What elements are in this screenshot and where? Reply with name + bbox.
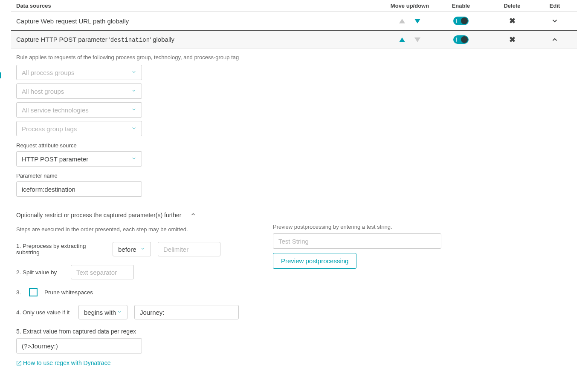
step-5-label: 5. Extract value from captured data per … xyxy=(16,328,239,335)
step-3-row: 3. Prune whitespaces xyxy=(16,288,239,296)
move-up-icon[interactable] xyxy=(399,37,405,42)
service-tech-select[interactable]: All service technologies xyxy=(16,102,142,118)
select-text: HTTP POST parameter xyxy=(22,155,88,163)
rule-description: Rule applies to requests of the followin… xyxy=(16,54,572,60)
optional-section-header[interactable]: Optionally restrict or process the captu… xyxy=(16,211,572,218)
step-2-separator-input[interactable] xyxy=(71,265,134,279)
host-groups-select[interactable]: All host groups xyxy=(16,83,142,99)
step-1-position-select[interactable]: before xyxy=(113,242,151,256)
step-4-label: 4. Only use value if it xyxy=(16,309,72,316)
step-1-delimiter-input[interactable] xyxy=(158,242,220,256)
data-sources-header: Data sources Move up/down Enable Delete … xyxy=(11,0,577,12)
delete-icon[interactable]: ✖ xyxy=(509,35,516,44)
step-4-row: 4. Only use value if it begins with xyxy=(16,305,239,319)
header-delete: Delete xyxy=(487,3,538,9)
collapse-icon[interactable] xyxy=(551,36,559,43)
steps-description: Steps are executed in the order presente… xyxy=(16,226,239,233)
data-source-row: Capture Web request URL path globally ✖ xyxy=(11,12,577,31)
move-down-icon[interactable] xyxy=(414,37,420,42)
chevron-down-icon xyxy=(131,155,136,162)
chevron-down-icon xyxy=(131,69,136,76)
request-attr-source-select[interactable]: HTTP POST parameter xyxy=(16,151,142,167)
row-title-after: ' globally xyxy=(150,36,174,43)
enable-toggle[interactable] xyxy=(453,17,469,25)
move-up-icon[interactable] xyxy=(399,19,405,23)
step-2-row: 2. Split value by xyxy=(16,265,239,279)
footer-actions: Cancel Save xyxy=(0,384,588,388)
data-source-row: Capture HTTP POST parameter 'destination… xyxy=(11,31,577,49)
row-title-code: destination xyxy=(110,37,150,43)
select-text: All host groups xyxy=(22,88,64,95)
delete-icon[interactable]: ✖ xyxy=(509,16,516,26)
step-2-label: 2. Split value by xyxy=(16,269,64,276)
process-group-tags-select[interactable]: Process group tags xyxy=(16,121,142,136)
row-title-before: Capture HTTP POST parameter ' xyxy=(16,36,110,43)
select-text: All service technologies xyxy=(22,106,89,114)
step-1-label: 1. Preprocess by extracting substring xyxy=(16,243,106,256)
header-data-sources: Data sources xyxy=(16,3,384,9)
preview-test-string-input[interactable] xyxy=(273,233,441,249)
step-4-condition-select[interactable]: begins with xyxy=(78,305,127,319)
select-text: Process group tags xyxy=(22,125,77,132)
step-3-num: 3. xyxy=(16,289,22,296)
select-text: before xyxy=(118,246,136,253)
chevron-down-icon xyxy=(131,106,136,113)
step-3-checkbox[interactable] xyxy=(29,288,38,296)
row-title: Capture HTTP POST parameter 'destination… xyxy=(16,36,384,43)
header-move: Move up/down xyxy=(384,3,435,9)
enable-toggle[interactable] xyxy=(453,35,469,44)
preview-description: Preview postprocessing by entering a tes… xyxy=(273,224,441,230)
move-down-icon[interactable] xyxy=(414,19,420,23)
request-attr-source-label: Request attribute source xyxy=(16,142,572,149)
chevron-down-icon xyxy=(117,309,122,316)
parameter-name-input[interactable] xyxy=(16,181,142,197)
chevron-up-icon xyxy=(190,211,196,218)
step-4-value-input[interactable] xyxy=(134,305,239,319)
preview-postprocessing-button[interactable]: Preview postprocessing xyxy=(273,253,356,269)
step-5-regex-input[interactable] xyxy=(16,338,142,354)
step-3-label: Prune whitespaces xyxy=(44,289,93,296)
chevron-down-icon xyxy=(131,88,136,95)
header-enable: Enable xyxy=(435,3,487,9)
header-edit: Edit xyxy=(538,3,572,9)
select-text: begins with xyxy=(84,309,116,316)
chevron-down-icon xyxy=(131,125,136,132)
row-title: Capture Web request URL path globally xyxy=(16,17,384,25)
rule-form: Rule applies to requests of the followin… xyxy=(11,49,577,376)
external-link-icon xyxy=(16,360,22,366)
regex-help-link[interactable]: How to use regex with Dynatrace xyxy=(16,359,110,366)
regex-help-label: How to use regex with Dynatrace xyxy=(23,359,110,366)
process-groups-select[interactable]: All process groups xyxy=(16,65,142,80)
optional-header-label: Optionally restrict or process the captu… xyxy=(16,212,182,218)
expand-icon[interactable] xyxy=(551,17,559,25)
chevron-down-icon xyxy=(140,246,145,253)
parameter-name-label: Parameter name xyxy=(16,172,572,179)
step-1-row: 1. Preprocess by extracting substring be… xyxy=(16,242,239,256)
select-text: All process groups xyxy=(22,69,74,76)
accent-bar xyxy=(0,72,1,78)
